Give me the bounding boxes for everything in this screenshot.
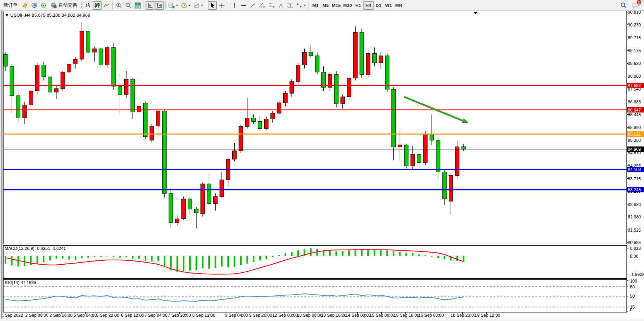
price-badge-87.682: 87.682 (627, 83, 644, 88)
svg-text:84.969: 84.969 (628, 147, 641, 152)
notification-badge: 1 (636, 0, 642, 5)
horizontal-line-icon (240, 2, 247, 9)
trendline-icon (250, 2, 256, 9)
toolbar-separator (309, 2, 309, 9)
svg-text:89.175: 89.175 (628, 48, 641, 53)
toolbar-separator (144, 2, 144, 9)
svg-text:88.080: 88.080 (628, 74, 641, 79)
svg-text:81.525: 81.525 (628, 228, 641, 232)
chevron-down-icon (304, 5, 306, 6)
svg-text:19 Sep 12:00: 19 Sep 12:00 (475, 313, 500, 318)
auto-trading-button[interactable]: 自动交易 (48, 1, 79, 10)
new-order-label: 新订单 (4, 2, 18, 9)
timeframe-M30[interactable]: M30 (342, 1, 353, 10)
auto-scroll-button[interactable] (146, 1, 154, 10)
cursor-button[interactable] (208, 1, 217, 10)
timeframe-W1[interactable]: W1 (384, 1, 394, 10)
tile-windows-icon (135, 2, 141, 9)
text-label-icon: T (287, 2, 293, 9)
svg-text:86.445: 86.445 (628, 112, 641, 117)
terminal-button[interactable] (30, 1, 39, 10)
tile-windows-button[interactable] (133, 1, 142, 10)
svg-text:80.985: 80.985 (628, 240, 641, 245)
auto-trading-label: 自动交易 (58, 2, 77, 9)
price-badge-83.245: 83.245 (627, 187, 644, 192)
svg-text:86.647: 86.647 (628, 108, 641, 112)
chart-svg[interactable]: 90.81090.27089.71589.17588.62088.08087.5… (0, 0, 644, 321)
chart-shift-icon (156, 2, 163, 9)
gold-chart-icon (22, 2, 28, 9)
chart-title: ▼ USOil-,H4 85.075 85.200 84.882 84.969 (5, 13, 90, 17)
notifications-button[interactable]: 1 (630, 1, 640, 10)
zoom-out-button[interactable] (124, 1, 133, 10)
crosshair-button[interactable] (217, 1, 226, 10)
vertical-line-tool-button[interactable] (230, 1, 239, 10)
svg-text:89.715: 89.715 (628, 35, 641, 40)
new-order-button[interactable]: 新订单 (1, 1, 20, 10)
timeframe-M1[interactable]: M1 (311, 1, 321, 10)
chevron-down-icon (201, 5, 203, 6)
svg-text:F: F (273, 6, 274, 9)
time-axis[interactable]: 1 Sep 20222 Sep 00:002 Sep 16:005 Sep 04… (1, 312, 500, 318)
search-button[interactable] (619, 1, 628, 10)
signal-icon (40, 2, 47, 9)
svg-text:14 Sep 08:00: 14 Sep 08:00 (346, 313, 371, 318)
fibonacci-tool-button[interactable]: F (267, 1, 276, 10)
candlestick-chart-button[interactable] (93, 1, 102, 10)
trendline-tool-button[interactable] (248, 1, 257, 10)
vertical-line-icon (231, 2, 237, 9)
text-label-tool-button[interactable]: T (286, 1, 295, 10)
timeframe-H4[interactable]: H4 (363, 1, 374, 10)
signal-button[interactable] (39, 1, 48, 10)
chevron-down-icon (188, 5, 191, 6)
toolbar-separator (112, 2, 113, 9)
svg-text:A: A (279, 3, 283, 9)
svg-text:18 Sep 23:00: 18 Sep 23:00 (451, 313, 476, 318)
zoom-in-button[interactable] (114, 1, 123, 10)
chevron-down-icon (176, 5, 178, 6)
crosshair-icon (219, 2, 225, 9)
svg-text:1 Sep 2022: 1 Sep 2022 (1, 313, 23, 318)
svg-text:12 Sep 08:00: 12 Sep 08:00 (272, 313, 298, 318)
auto-trading-icon (51, 2, 57, 9)
bar-chart-button[interactable] (83, 1, 92, 10)
svg-text:0.833: 0.833 (630, 246, 641, 251)
svg-text:80: 80 (630, 284, 635, 289)
arrows-tool-button[interactable] (295, 1, 307, 10)
templates-button[interactable] (192, 1, 204, 10)
timeframe-M5[interactable]: M5 (321, 1, 331, 10)
svg-text:15 Sep 16:00: 15 Sep 16:00 (394, 313, 419, 318)
add-indicator-button[interactable] (167, 1, 179, 10)
text-tool-button[interactable]: A (276, 1, 285, 10)
chart-canvas[interactable]: 90.81090.27089.71589.17588.62088.08087.5… (0, 0, 644, 321)
price-badge-86.647: 86.647 (627, 107, 644, 113)
svg-text:15 Sep 00:00: 15 Sep 00:00 (370, 313, 395, 318)
zoom-in-icon (116, 2, 122, 9)
chart-shift-button[interactable] (155, 1, 164, 10)
bottom-edge (0, 319, 644, 321)
fibonacci-icon: F (268, 2, 275, 9)
svg-text:83.715: 83.715 (628, 176, 641, 181)
gold-chart-button[interactable] (20, 1, 29, 10)
timeframe-M15[interactable]: M15 (331, 1, 342, 10)
horizontal-line-tool-button[interactable] (239, 1, 248, 10)
bar-chart-icon (85, 2, 91, 9)
toolbar-separator (206, 2, 206, 9)
svg-text:82.080: 82.080 (628, 215, 641, 219)
channel-tool-button[interactable]: E (258, 1, 267, 10)
svg-text:85.890: 85.890 (628, 125, 641, 130)
svg-text:87.682: 87.682 (628, 83, 641, 88)
svg-text:88.620: 88.620 (628, 61, 641, 66)
timeframe-D1[interactable]: D1 (374, 1, 384, 10)
timeframe-H1[interactable]: H1 (353, 1, 363, 10)
template-icon (193, 2, 200, 9)
svg-text:100: 100 (630, 279, 637, 283)
svg-text:0: 0 (630, 307, 632, 312)
periods-button[interactable] (180, 1, 192, 10)
svg-text:82.620: 82.620 (628, 202, 641, 207)
line-chart-button[interactable] (102, 1, 111, 10)
toolbar-separator (228, 2, 228, 9)
timeframe-MN[interactable]: MN (394, 1, 404, 10)
price-badge-85.611: 85.611 (627, 131, 644, 137)
search-icon (620, 2, 627, 9)
